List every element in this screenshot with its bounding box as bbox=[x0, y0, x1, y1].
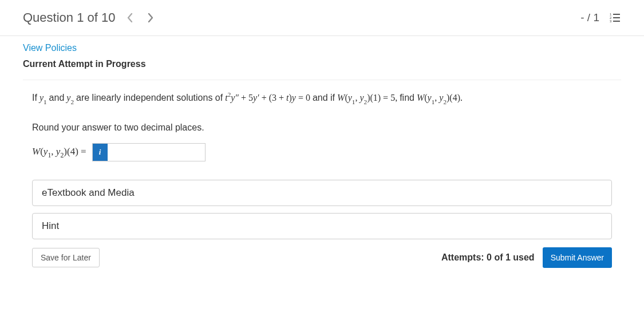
chevron-right-icon bbox=[147, 13, 154, 23]
math-w1: W(y1, y2)(1) = 5, bbox=[337, 90, 397, 106]
question-list-button[interactable]: 1 2 3 bbox=[610, 13, 621, 23]
svg-text:3: 3 bbox=[610, 19, 612, 23]
header-right: - / 1 1 2 3 bbox=[580, 11, 621, 24]
problem-statement: If y1 and y2 are linearly independent so… bbox=[32, 90, 612, 106]
submit-answer-button[interactable]: Submit Answer bbox=[543, 247, 612, 268]
question-title: Question 1 of 10 bbox=[23, 10, 115, 25]
view-policies-link[interactable]: View Policies bbox=[23, 43, 77, 53]
next-question-button[interactable] bbox=[147, 13, 154, 23]
answer-input[interactable] bbox=[108, 144, 205, 161]
content-area: View Policies Current Attempt in Progres… bbox=[23, 36, 621, 278]
footer-row: Save for Later Attempts: 0 of 1 used Sub… bbox=[32, 247, 612, 268]
math-w2: W(y1, y2)(4). bbox=[417, 90, 463, 106]
footer-right: Attempts: 0 of 1 used Submit Answer bbox=[441, 247, 612, 268]
attempt-status: Current Attempt in Progress bbox=[23, 59, 621, 69]
score-display: - / 1 bbox=[580, 11, 599, 24]
prev-question-button[interactable] bbox=[127, 13, 133, 23]
answer-row: W(y1, y2)(4) = i bbox=[32, 143, 612, 161]
question-body: If y1 and y2 are linearly independent so… bbox=[23, 80, 621, 268]
attempts-text: Attempts: 0 of 1 used bbox=[441, 252, 535, 263]
text-linearly: are linearly independent solutions of bbox=[76, 90, 223, 105]
answer-label: W(y1, y2)(4) = bbox=[32, 146, 86, 159]
info-button[interactable]: i bbox=[93, 144, 108, 161]
nav-arrows bbox=[127, 13, 154, 23]
text-prefix: If bbox=[32, 90, 37, 105]
text-andif: and if bbox=[313, 90, 335, 105]
math-y2: y2 bbox=[66, 90, 74, 106]
math-equation: t2y″ + 5y′ + (3 + t)y = 0 bbox=[225, 90, 310, 105]
math-y1: y1 bbox=[39, 90, 47, 106]
list-icon: 1 2 3 bbox=[610, 13, 621, 23]
save-for-later-button[interactable]: Save for Later bbox=[32, 248, 100, 267]
rounding-instruction: Round your answer to two decimal places. bbox=[32, 123, 612, 133]
answer-input-group: i bbox=[92, 143, 206, 161]
question-header: Question 1 of 10 - / 1 1 2 3 bbox=[0, 0, 644, 36]
text-and: and bbox=[49, 90, 65, 105]
etextbook-accordion[interactable]: eTextbook and Media bbox=[32, 180, 612, 206]
hint-accordion[interactable]: Hint bbox=[32, 213, 612, 239]
text-find: find bbox=[400, 90, 414, 105]
chevron-left-icon bbox=[127, 13, 133, 23]
header-left: Question 1 of 10 bbox=[23, 10, 154, 25]
